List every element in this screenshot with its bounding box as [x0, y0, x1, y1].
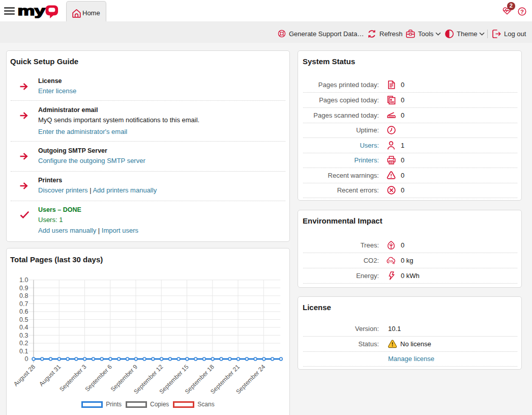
- svg-text:0.2: 0.2: [19, 340, 28, 347]
- svg-text:0.4: 0.4: [19, 324, 28, 331]
- svg-text:0.5: 0.5: [19, 316, 28, 323]
- svg-text:August 31: August 31: [38, 363, 62, 388]
- svg-text:0.1: 0.1: [19, 348, 28, 355]
- svg-text:0.6: 0.6: [19, 308, 28, 315]
- svg-text:?: ?: [520, 9, 524, 15]
- svg-text:September 6: September 6: [83, 363, 113, 393]
- svg-text:0.3: 0.3: [19, 332, 28, 339]
- svg-text:1.0: 1.0: [19, 276, 28, 284]
- svg-text:0: 0: [25, 355, 28, 363]
- svg-text:0.8: 0.8: [19, 292, 28, 299]
- svg-text:0.7: 0.7: [19, 300, 28, 308]
- svg-text:0.9: 0.9: [19, 285, 28, 292]
- svg-text:my: my: [18, 3, 45, 18]
- svg-text:September 3: September 3: [58, 363, 88, 393]
- svg-text:August 28: August 28: [12, 363, 37, 388]
